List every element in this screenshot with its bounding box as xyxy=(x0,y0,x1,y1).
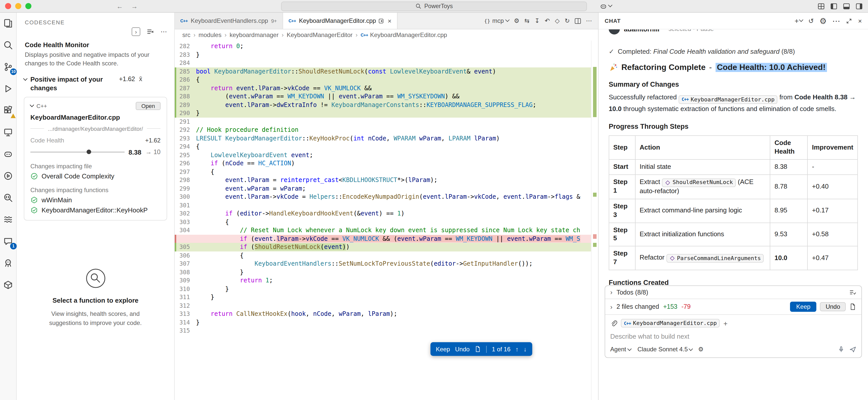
maximize-panel-icon[interactable] xyxy=(846,18,852,24)
code-line[interactable]: 313 return CallNextHookEx(hook, nCode, w… xyxy=(175,310,591,318)
code-line[interactable]: 308 } xyxy=(175,268,591,276)
overview-ruler[interactable] xyxy=(591,40,598,400)
close-window-button[interactable] xyxy=(5,3,11,9)
code-line[interactable]: 310 } xyxy=(175,285,591,293)
breadcrumb-item[interactable]: KeyboardManagerEditor xyxy=(287,31,352,38)
method-chip[interactable]: ParseCommandLineArguments xyxy=(666,254,764,263)
code-line[interactable]: 291 xyxy=(175,117,591,126)
code-line[interactable]: 298 event.lParam = reinterpret_cast<KBDL… xyxy=(175,176,591,184)
send-icon[interactable] xyxy=(849,346,856,353)
next-change-icon[interactable]: ↓ xyxy=(524,345,527,352)
code-line[interactable]: 301 xyxy=(175,201,591,209)
checklist-icon[interactable] xyxy=(849,288,856,296)
code-line[interactable]: 305 if (ShouldResetNumLock(event)) xyxy=(175,243,591,251)
copilot-chat-icon[interactable] xyxy=(2,147,15,161)
code-line[interactable]: 283} xyxy=(175,51,591,59)
chat-history-icon[interactable]: ↺ xyxy=(808,17,814,25)
undo-button[interactable]: Undo xyxy=(820,302,846,311)
open-panel-icon[interactable]: › xyxy=(132,27,140,36)
method-chip[interactable]: ShouldResetNumLock xyxy=(662,178,736,187)
open-file-button[interactable]: Open xyxy=(136,102,160,110)
code-line[interactable]: 299 event.wParam = wParam; xyxy=(175,184,591,193)
slider-track[interactable] xyxy=(30,151,125,152)
function-impact-item[interactable]: KeyboardManagerEditor::KeyHookP xyxy=(30,204,160,214)
search-icon[interactable] xyxy=(2,38,15,52)
previous-change-icon[interactable]: ↑ xyxy=(516,345,519,352)
close-tab-icon[interactable]: × xyxy=(388,17,392,25)
code-line[interactable]: 287 return event.lParam->vkCode == VK_NU… xyxy=(175,84,591,92)
code-line[interactable]: 309 return 1; xyxy=(175,276,591,285)
attachment-chip[interactable]: C++KeyboardManagerEditor.cpp xyxy=(621,319,720,327)
code-line[interactable]: 314} xyxy=(175,318,591,326)
new-chat-button[interactable]: + xyxy=(795,17,803,25)
settings-gear-icon[interactable]: ⚙ xyxy=(514,17,520,24)
copilot-menu[interactable] xyxy=(599,2,612,10)
stash-icon[interactable]: ↧ xyxy=(534,17,539,24)
file-impact-item[interactable]: Overall Code Complexity xyxy=(30,170,160,180)
customize-layout-icon[interactable] xyxy=(817,2,825,10)
back-icon[interactable]: ← xyxy=(117,2,123,10)
minimize-window-button[interactable] xyxy=(15,3,21,9)
close-panel-icon[interactable]: × xyxy=(858,17,862,25)
function-impact-item[interactable]: wWinMain xyxy=(30,193,160,204)
code-search-icon[interactable] xyxy=(2,191,15,204)
more-actions-icon[interactable]: ⋯ xyxy=(586,17,592,24)
code-line[interactable]: 306 { xyxy=(175,251,591,260)
positive-impact-section[interactable]: Positive impact of your changes +1.62 x̄ xyxy=(17,68,174,96)
extensions-icon[interactable] xyxy=(2,104,15,117)
code-line[interactable]: 286{ xyxy=(175,76,591,84)
octopus-icon[interactable] xyxy=(2,257,15,270)
code-line[interactable]: 297 { xyxy=(175,168,591,176)
split-editor-icon[interactable] xyxy=(575,18,581,24)
file-chip[interactable]: C++KeyboardManagerEditor.cpp xyxy=(679,95,778,104)
forward-icon[interactable]: → xyxy=(131,2,138,10)
more-actions-icon[interactable]: ⋯ xyxy=(832,16,840,26)
mean-value-icon[interactable]: x̄ xyxy=(139,76,142,83)
code-line[interactable]: 282 return 0; xyxy=(175,42,591,51)
code-line[interactable]: 303 { xyxy=(175,218,591,226)
tab-keyboardmanagereditor[interactable]: C++ KeyboardManagerEditor.cpp × xyxy=(283,13,398,29)
tools-icon[interactable]: ⚙ xyxy=(698,346,704,353)
agent-mode-selector[interactable]: Agent xyxy=(610,346,631,353)
card-file-name[interactable]: KeyboardManagerEditor.cpp xyxy=(30,113,160,121)
open-changes-icon[interactable] xyxy=(849,303,856,310)
code-line[interactable]: 288 (event.wParam == WM_KEYDOWN || event… xyxy=(175,92,591,101)
breadcrumb-item[interactable]: C++KeyboardManagerEditor.cpp xyxy=(361,31,447,38)
add-context-icon[interactable]: + xyxy=(723,320,727,327)
code-line[interactable]: 315 xyxy=(175,326,591,335)
code-line[interactable]: 292// Hook procedure definition xyxy=(175,126,591,134)
explorer-icon[interactable] xyxy=(2,17,15,30)
command-center[interactable]: PowerToys xyxy=(281,1,587,11)
slider-knob[interactable] xyxy=(87,149,91,154)
diamond-icon[interactable]: ◇ xyxy=(555,17,559,24)
toggle-panel-bottom-icon[interactable] xyxy=(843,2,850,10)
code-line[interactable]: 302 if (editor->HandleKeyboardHookEvent(… xyxy=(175,209,591,218)
code-line[interactable]: 284 xyxy=(175,59,591,67)
code-line[interactable]: 304 // Reset Num Lock whenever a NumLock… xyxy=(175,226,591,234)
discard-icon[interactable]: ↶ xyxy=(545,17,550,24)
voice-input-icon[interactable] xyxy=(838,346,845,353)
breadcrumb-item[interactable]: keyboardmanager xyxy=(230,31,279,38)
file-icon[interactable] xyxy=(475,346,482,352)
deleted-code-line[interactable]: if (event.lParam->vkCode == VK_NUMLOCK &… xyxy=(175,234,591,243)
todos-row[interactable]: › Todos (8/8) xyxy=(605,286,861,299)
code-line[interactable]: 295 LowlevelKeyboardEvent event; xyxy=(175,151,591,159)
breadcrumb-item[interactable]: modules xyxy=(198,31,222,38)
play-circle-icon[interactable] xyxy=(2,169,15,182)
compare-changes-icon[interactable]: ⇆ xyxy=(524,17,529,24)
comments-icon[interactable]: 1 xyxy=(2,235,15,248)
code-line[interactable]: 290} xyxy=(175,109,591,117)
chat-input-placeholder[interactable]: Describe what to build next xyxy=(610,333,856,340)
breadcrumb-item[interactable]: src xyxy=(182,31,190,38)
session-user[interactable]: adamtorhill xyxy=(624,29,659,33)
toggle-panel-right-icon[interactable] xyxy=(855,2,863,10)
code-line[interactable]: 300 event.lParam->vkCode = Helpers::Enco… xyxy=(175,193,591,201)
package-icon[interactable] xyxy=(2,278,15,291)
code-line[interactable]: 293LRESULT KeyboardManagerEditor::KeyHoo… xyxy=(175,134,591,142)
chat-input-area[interactable]: C++KeyboardManagerEditor.cpp + Describe … xyxy=(605,315,861,358)
code-line[interactable]: 312 xyxy=(175,302,591,310)
code-line[interactable]: 285bool KeyboardManagerEditor::ShouldRes… xyxy=(175,67,591,76)
mcp-indicator[interactable]: {} mcp xyxy=(484,17,509,24)
code-line[interactable]: 307 KeyboardEventHandlers::SetNumLockToP… xyxy=(175,260,591,268)
code-line[interactable]: 296 if (nCode == HC_ACTION) xyxy=(175,159,591,168)
